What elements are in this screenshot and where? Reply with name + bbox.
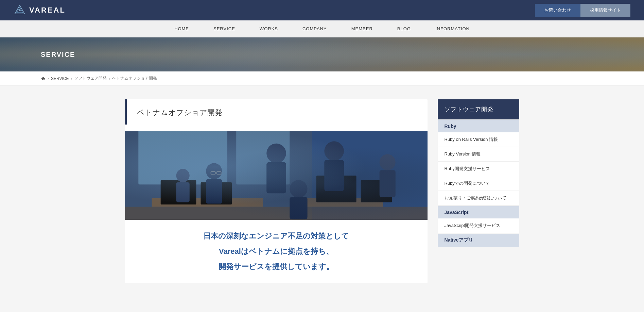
breadcrumb-current: ベトナムオフショア開発 bbox=[112, 76, 157, 81]
hero-bg-decoration bbox=[0, 37, 644, 71]
logo-area: VAREAL bbox=[14, 4, 66, 16]
sidebar-item-ruby-version[interactable]: Ruby Version 情報 bbox=[438, 147, 519, 162]
sidebar: ソフトウェア開発 Ruby Ruby on Rails Version 情報 R… bbox=[438, 99, 519, 247]
breadcrumb: › SERVICE › ソフトウェア開発 › ベトナムオフショア開発 bbox=[0, 71, 644, 86]
nav-list: HOME SERVICE WORKS COMPANY MEMBER BLOG I… bbox=[162, 20, 482, 37]
nav-link-blog[interactable]: BLOG bbox=[385, 20, 423, 37]
highlight-line3: 開発サービスを提供しています。 bbox=[128, 261, 424, 273]
top-bar-buttons: お問い合わせ 採用情報サイト bbox=[535, 4, 630, 17]
nav-item-member[interactable]: MEMBER bbox=[339, 20, 385, 37]
highlight-line2: Varealはベトナムに拠点を持ち、 bbox=[128, 245, 424, 257]
nav-item-service[interactable]: SERVICE bbox=[201, 20, 247, 37]
contact-button[interactable]: お問い合わせ bbox=[535, 4, 580, 17]
content-text-area: 日本の深刻なエンジニア不足の対策として Varealはベトナムに拠点を持ち、 開… bbox=[125, 230, 428, 283]
nav-link-works[interactable]: WORKS bbox=[247, 20, 290, 37]
image-overlay bbox=[125, 131, 428, 220]
svg-point-2 bbox=[19, 9, 20, 11]
recruit-button[interactable]: 採用情報サイト bbox=[580, 4, 630, 17]
breadcrumb-sep-1: › bbox=[48, 76, 49, 81]
sidebar-item-ruby-dev[interactable]: Rubyでの開発について bbox=[438, 176, 519, 191]
sidebar-native-section[interactable]: Nativeアプリ bbox=[438, 234, 519, 247]
home-icon[interactable] bbox=[41, 76, 46, 81]
nav-link-information[interactable]: INFORMATION bbox=[423, 20, 482, 37]
sidebar-ruby-section[interactable]: Ruby bbox=[438, 120, 519, 132]
main-content: ベトナムオフショア開発 bbox=[84, 86, 560, 303]
nav-link-company[interactable]: COMPANY bbox=[290, 20, 339, 37]
breadcrumb-software[interactable]: ソフトウェア開発 bbox=[74, 76, 107, 81]
page-title: ベトナムオフショア開発 bbox=[137, 108, 417, 118]
breadcrumb-service[interactable]: SERVICE bbox=[51, 76, 69, 81]
nav-item-information[interactable]: INFORMATION bbox=[423, 20, 482, 37]
sidebar-header: ソフトウェア開発 bbox=[438, 99, 519, 119]
sidebar-item-estimate[interactable]: お見積り・ご契約形態について bbox=[438, 191, 519, 206]
logo-text: VAREAL bbox=[29, 6, 66, 15]
hero-title: SERVICE bbox=[41, 51, 75, 59]
top-bar: VAREAL お問い合わせ 採用情報サイト bbox=[0, 0, 644, 20]
breadcrumb-sep-2: › bbox=[71, 76, 72, 81]
main-nav: HOME SERVICE WORKS COMPANY MEMBER BLOG I… bbox=[0, 20, 644, 37]
nav-item-company[interactable]: COMPANY bbox=[290, 20, 339, 37]
content-area: ベトナムオフショア開発 bbox=[125, 99, 428, 283]
nav-item-blog[interactable]: BLOG bbox=[385, 20, 423, 37]
highlight-line1: 日本の深刻なエンジニア不足の対策として bbox=[128, 230, 424, 242]
nav-link-member[interactable]: MEMBER bbox=[339, 20, 385, 37]
content-image bbox=[125, 131, 428, 220]
sidebar-item-js-support[interactable]: JavaScript開発支援サービス bbox=[438, 218, 519, 233]
nav-link-service[interactable]: SERVICE bbox=[201, 20, 247, 37]
content-header: ベトナムオフショア開発 bbox=[125, 99, 428, 125]
sidebar-item-ror-version[interactable]: Ruby on Rails Version 情報 bbox=[438, 132, 519, 147]
nav-item-home[interactable]: HOME bbox=[162, 20, 201, 37]
hero-banner: SERVICE bbox=[0, 37, 644, 71]
sidebar-item-ruby-support[interactable]: Ruby開発支援サービス bbox=[438, 162, 519, 176]
sidebar-js-section[interactable]: JavaScript bbox=[438, 206, 519, 218]
nav-item-works[interactable]: WORKS bbox=[247, 20, 290, 37]
nav-link-home[interactable]: HOME bbox=[162, 20, 201, 37]
breadcrumb-sep-3: › bbox=[109, 76, 110, 81]
vareal-logo-icon bbox=[14, 4, 26, 16]
